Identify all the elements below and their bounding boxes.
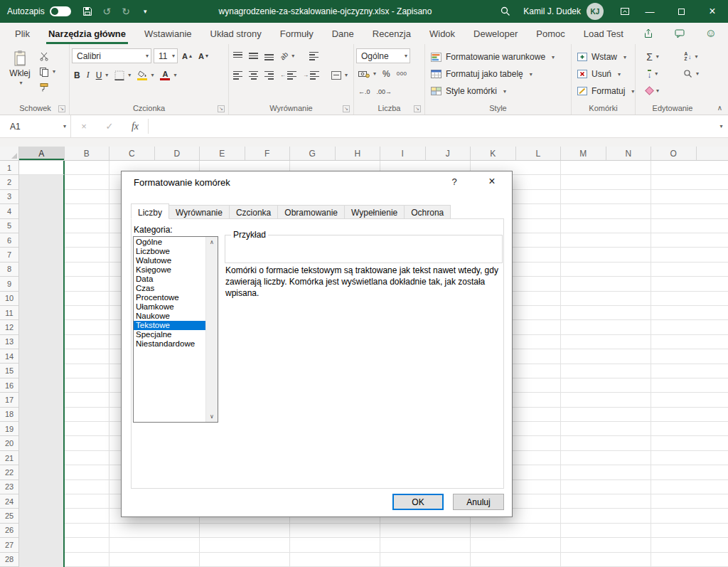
column-header[interactable]: B [65, 147, 110, 160]
category-item[interactable]: Niestandardowe [134, 339, 205, 349]
row-header[interactable]: 3 [0, 190, 19, 204]
account-name[interactable]: Kamil J. Dudek [523, 6, 581, 16]
column-header[interactable]: A [19, 147, 65, 160]
underline-button[interactable]: U▾ [94, 68, 111, 83]
align-middle-button[interactable] [247, 48, 260, 63]
row-header[interactable]: 15 [0, 364, 19, 378]
category-item[interactable]: Naukowe [134, 312, 205, 321]
row-header[interactable]: 25 [0, 509, 19, 523]
number-format-select[interactable]: Ogólne▾ [356, 48, 410, 63]
find-select-button[interactable]: ▾ [675, 66, 707, 81]
row-header[interactable]: 1 [0, 161, 19, 175]
orientation-button[interactable]: ab▾ [278, 48, 296, 63]
row-header[interactable]: 11 [0, 306, 19, 320]
paste-button[interactable]: Wklej ▾ [4, 47, 36, 86]
ribbon-tab[interactable]: Pomoc [527, 23, 574, 44]
align-center-button[interactable] [247, 68, 260, 83]
dialog-tab[interactable]: Ochrona [405, 205, 451, 219]
shrink-font-button[interactable]: A▾ [196, 48, 210, 63]
column-header[interactable]: O [651, 147, 697, 160]
dialog-close-button[interactable]: × [478, 171, 506, 193]
comments-button[interactable] [673, 26, 687, 41]
row-header[interactable]: 12 [0, 320, 19, 334]
category-item[interactable]: Data [134, 275, 205, 284]
grow-font-button[interactable]: A▴ [180, 48, 194, 63]
row-header[interactable]: 2 [0, 175, 19, 189]
sort-filter-button[interactable]: AZ↓▾ [675, 49, 707, 64]
name-box[interactable]: A1▾ [0, 115, 71, 137]
row-header[interactable]: 8 [0, 263, 19, 277]
increase-indent-button[interactable]: → [301, 68, 321, 83]
row-header[interactable]: 4 [0, 204, 19, 218]
maximize-button[interactable] [665, 0, 697, 23]
category-item[interactable]: Czas [134, 284, 205, 293]
font-size-select[interactable]: 11▾ [154, 48, 178, 63]
decrease-indent-button[interactable]: ← [278, 68, 299, 83]
align-left-button[interactable] [231, 68, 245, 83]
ribbon-tab[interactable]: Widok [420, 23, 464, 44]
ribbon-tab[interactable]: Dane [323, 23, 363, 44]
customize-qat-button[interactable]: ▾ [136, 0, 155, 23]
minimize-button[interactable]: — [634, 0, 665, 23]
delete-cells-button[interactable]: Usuń▾ [574, 65, 624, 83]
collapse-ribbon-button[interactable]: ∧ [717, 104, 722, 112]
close-button[interactable]: × [697, 0, 728, 23]
ribbon-tab[interactable]: Load Test [574, 23, 633, 44]
share-button[interactable] [641, 26, 655, 41]
dialog-tab[interactable]: Czcionka [230, 205, 278, 219]
row-header[interactable]: 17 [0, 393, 19, 407]
copy-button[interactable]: ▾ [39, 65, 55, 78]
row-header[interactable]: 27 [0, 538, 19, 552]
cancel-button[interactable]: × [71, 115, 97, 137]
dialog-tab[interactable]: Obramowanie [278, 205, 345, 219]
clear-button[interactable]: ▾ [638, 83, 668, 98]
feedback-smiley-button[interactable]: ☺ [704, 26, 718, 41]
row-header[interactable]: 24 [0, 494, 19, 509]
percent-style-button[interactable]: % [380, 66, 392, 81]
row-header[interactable]: 19 [0, 422, 19, 436]
wrap-text-button[interactable] [307, 48, 321, 63]
listbox-scrollbar[interactable]: ∧ ∨ [205, 237, 218, 422]
formula-bar-expand-button[interactable]: ▾ [712, 115, 728, 137]
category-item[interactable]: Księgowe [134, 265, 205, 275]
font-color-button[interactable]: A▾ [158, 68, 178, 83]
column-header[interactable]: J [426, 147, 471, 160]
dialog-tab[interactable]: Wypełnienie [345, 205, 405, 219]
bold-button[interactable]: B [72, 68, 82, 83]
autosave-toggle[interactable] [50, 6, 71, 16]
formula-input[interactable] [149, 115, 712, 137]
column-header[interactable]: L [516, 147, 562, 160]
redo-button[interactable]: ↻ [117, 0, 136, 23]
autosum-button[interactable]: Σ▾ [638, 49, 668, 64]
merge-center-button[interactable]: ▾ [329, 68, 350, 83]
row-header[interactable]: 18 [0, 408, 19, 422]
dialog-tab[interactable]: Liczby [131, 203, 169, 219]
column-header[interactable]: N [606, 147, 652, 160]
row-header[interactable]: 13 [0, 335, 19, 349]
row-header[interactable]: 16 [0, 378, 19, 393]
row-header[interactable]: 21 [0, 451, 19, 465]
fill-button[interactable]: ↓▾ [638, 66, 668, 81]
align-top-button[interactable] [231, 48, 245, 63]
format-cells-button[interactable]: Formatuj▾ [574, 83, 638, 100]
category-item[interactable]: Liczbowe [134, 247, 205, 256]
row-header[interactable]: 5 [0, 219, 19, 233]
ribbon-tab[interactable]: Narzędzia główne [39, 23, 135, 44]
column-header[interactable]: G [290, 147, 336, 160]
undo-button[interactable]: ↺ [97, 0, 117, 23]
align-right-button[interactable] [262, 68, 276, 83]
dialog-titlebar[interactable]: Formatowanie komórek ? × [122, 171, 512, 193]
column-header[interactable]: H [336, 147, 381, 160]
ribbon-tab[interactable]: Plik [6, 23, 39, 44]
conditional-formatting-button[interactable]: Formatowanie warunkowe▾ [427, 48, 558, 65]
dialog-help-button[interactable]: ? [444, 171, 465, 193]
column-header[interactable]: C [109, 147, 155, 160]
italic-button[interactable]: I [85, 68, 92, 83]
row-header[interactable]: 20 [0, 436, 19, 450]
category-item[interactable]: Ogólne [134, 238, 205, 247]
dialog-launcher-icon[interactable]: ↘ [58, 105, 65, 112]
column-header[interactable]: E [200, 147, 245, 160]
increase-decimal-button[interactable]: ←.0 [356, 84, 373, 99]
ribbon-tab[interactable]: Wstawianie [135, 23, 200, 44]
row-header[interactable]: 22 [0, 465, 19, 479]
